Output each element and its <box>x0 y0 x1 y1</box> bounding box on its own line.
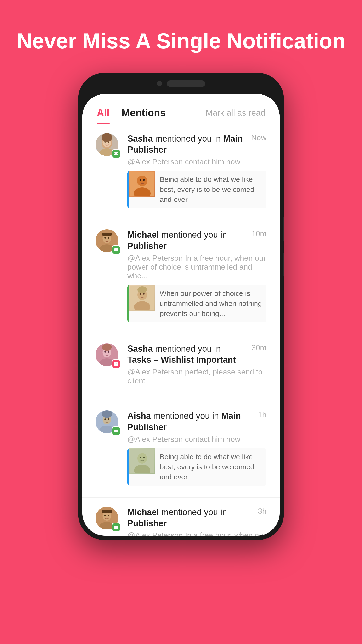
svg-point-32 <box>102 344 112 351</box>
notif-main: Aisha mentioned you in Main Publisher 1h… <box>127 410 267 486</box>
tab-mentions[interactable]: Mentions <box>122 107 166 124</box>
svg-rect-19 <box>101 233 112 236</box>
svg-point-9 <box>137 176 147 186</box>
phone-outer: All Mentions Mark all as read <box>78 73 284 540</box>
svg-rect-33 <box>114 362 116 364</box>
svg-point-30 <box>104 351 106 353</box>
avatar-wrapper <box>95 507 121 532</box>
app-badge <box>112 245 121 254</box>
svg-point-6 <box>102 133 112 142</box>
phone-camera <box>157 81 162 86</box>
preview-text: Being able to do what we like best, ever… <box>155 448 267 486</box>
svg-point-48 <box>143 457 145 458</box>
svg-rect-43 <box>114 430 118 432</box>
svg-point-31 <box>108 351 109 353</box>
preview-image <box>129 284 155 311</box>
svg-point-26 <box>137 286 147 293</box>
svg-rect-35 <box>114 364 116 366</box>
notif-time: 1h <box>258 410 267 419</box>
phone-side-btn-2 <box>284 252 284 276</box>
notif-subtitle: @Alex Peterson contact him now <box>127 158 267 166</box>
svg-point-13 <box>143 179 145 181</box>
notification-item[interactable]: Michael mentioned you in Publisher 3h @A… <box>82 498 280 536</box>
notif-subtitle: @Alex Peterson perfect, please send to c… <box>127 368 267 385</box>
preview-image <box>129 448 155 474</box>
phone-side-btn-1 <box>284 216 284 240</box>
avatar-wrapper <box>95 343 121 368</box>
svg-rect-20 <box>114 248 118 251</box>
avatar-wrapper <box>95 133 121 158</box>
notifications-list: Sasha mentioned you in Main Publisher No… <box>82 124 280 536</box>
svg-point-17 <box>104 237 106 238</box>
app-badge <box>112 523 121 532</box>
notif-time: 30m <box>252 343 267 352</box>
notif-subtitle: @Alex Peterson In a free hour, when our … <box>127 254 267 280</box>
svg-rect-55 <box>114 526 118 529</box>
notification-item[interactable]: Michael mentioned you in Publisher 10m @… <box>82 220 280 334</box>
svg-point-12 <box>140 179 141 181</box>
notif-title: Michael mentioned you in Publisher <box>127 229 252 252</box>
app-badge <box>112 360 121 368</box>
mark-all-read-btn[interactable]: Mark all as read <box>206 108 265 123</box>
notif-main: Michael mentioned you in Publisher 3h @A… <box>127 507 267 536</box>
notif-main: Sasha mentioned you in Tasks – Wishlist … <box>127 343 267 390</box>
preview-image <box>129 170 155 197</box>
message-preview: Being able to do what we like best, ever… <box>127 170 267 208</box>
svg-rect-54 <box>101 510 112 513</box>
app-badge <box>112 426 121 436</box>
notification-item[interactable]: Sasha mentioned you in Main Publisher No… <box>82 124 280 220</box>
tab-all[interactable]: All <box>97 107 110 124</box>
app-content: All Mentions Mark all as read <box>82 94 280 536</box>
notif-title: Sasha mentioned you in Main Publisher <box>127 133 251 156</box>
message-preview: When our power of choice is untrammelled… <box>127 284 267 322</box>
notif-title: Aisha mentioned you in Main Publisher <box>127 410 258 433</box>
phone-notch <box>78 73 284 94</box>
tabs-header: All Mentions Mark all as read <box>82 94 280 124</box>
svg-point-53 <box>108 514 109 516</box>
notif-time: Now <box>251 133 267 142</box>
phone-speaker <box>167 80 205 87</box>
avatar-wrapper <box>95 229 121 254</box>
svg-point-47 <box>140 457 141 458</box>
svg-rect-7 <box>114 152 118 155</box>
notif-time: 10m <box>252 229 267 238</box>
svg-point-18 <box>108 237 109 238</box>
preview-text: When our power of choice is untrammelled… <box>155 284 267 322</box>
notif-title: Michael mentioned you in Publisher <box>127 507 258 529</box>
svg-point-42 <box>102 410 112 418</box>
phone-screen: All Mentions Mark all as read <box>82 94 280 536</box>
preview-text: Being able to do what we like best, ever… <box>155 170 267 208</box>
notification-item[interactable]: Sasha mentioned you in Tasks – Wishlist … <box>82 334 280 402</box>
notification-item[interactable]: Aisha mentioned you in Main Publisher 1h… <box>82 401 280 498</box>
svg-point-25 <box>143 293 145 295</box>
notif-main: Sasha mentioned you in Main Publisher No… <box>127 133 267 209</box>
hero-section: Never Miss A Single Notification <box>16 29 346 54</box>
message-preview: Being able to do what we like best, ever… <box>127 448 267 486</box>
svg-point-45 <box>137 453 147 464</box>
svg-rect-34 <box>116 362 118 364</box>
app-badge <box>112 149 121 158</box>
notif-main: Michael mentioned you in Publisher 10m @… <box>127 229 267 322</box>
svg-point-41 <box>108 418 109 420</box>
notif-subtitle: @Alex Peterson In a free hour, when our … <box>127 531 267 536</box>
svg-rect-36 <box>116 364 118 366</box>
svg-point-24 <box>140 293 141 295</box>
notif-time: 3h <box>258 507 267 516</box>
hero-title: Never Miss A Single Notification <box>16 29 346 54</box>
phone-wrapper: All Mentions Mark all as read <box>78 73 284 540</box>
notif-subtitle: @Alex Peterson contact him now <box>127 435 267 444</box>
notif-title: Sasha mentioned you in Tasks – Wishlist … <box>127 343 252 366</box>
svg-point-40 <box>104 418 106 420</box>
avatar-wrapper <box>95 410 121 436</box>
svg-point-52 <box>104 514 106 516</box>
